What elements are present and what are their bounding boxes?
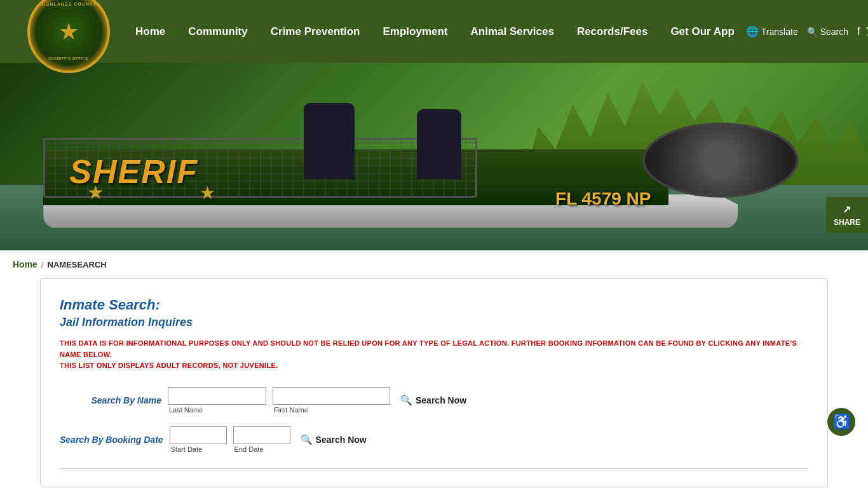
- translate-label: Translate: [761, 27, 798, 37]
- breadcrumb-home-link[interactable]: Home: [13, 259, 37, 269]
- star-icon: ★: [58, 18, 79, 45]
- booking-search-icon: 🔍: [301, 434, 313, 445]
- officer-silhouette-2: [417, 109, 461, 179]
- badge-star-2: ★: [200, 182, 215, 203]
- logo-bottom-text: SHERIFF'S OFFICE: [30, 57, 107, 60]
- share-label: SHARE: [834, 218, 860, 227]
- name-search-button-label: Search Now: [416, 395, 466, 405]
- search-title: Inmate Search:: [60, 297, 808, 313]
- start-date-input[interactable]: [170, 426, 227, 444]
- start-date-group: Start Date: [170, 426, 227, 453]
- nav-records-fees[interactable]: Records/Fees: [566, 25, 660, 38]
- search-label: Search: [820, 27, 848, 37]
- nav-crime-prevention[interactable]: Crime Prevention: [259, 25, 372, 38]
- nav-get-our-app[interactable]: Get Our App: [659, 25, 745, 38]
- search-icon: 🔍: [807, 27, 818, 37]
- last-name-group: Last Name: [168, 387, 266, 414]
- share-button[interactable]: ↗ SHARE: [826, 197, 868, 233]
- share-icon: ↗: [843, 203, 851, 215]
- nav-animal-services[interactable]: Animal Services: [459, 25, 566, 38]
- name-search-button[interactable]: 🔍 Search Now: [397, 395, 470, 406]
- inmate-search-card: Inmate Search: Jail Information Inquires…: [40, 278, 828, 487]
- accessibility-button[interactable]: ♿: [826, 407, 857, 437]
- last-name-label: Last Name: [168, 406, 203, 414]
- last-name-input[interactable]: [168, 387, 266, 405]
- translate-button[interactable]: 🌐 Translate: [746, 25, 798, 37]
- first-name-group: First Name: [273, 387, 390, 414]
- officer-silhouette-1: [304, 103, 355, 179]
- logo-area[interactable]: HIGHLANDS COUNTY ★ SHERIFF'S OFFICE: [13, 0, 124, 63]
- booking-search-button-label: Search Now: [316, 435, 367, 445]
- facebook-icon[interactable]: f: [857, 25, 860, 38]
- end-date-label: End Date: [233, 445, 264, 453]
- breadcrumb-current-page: NAMESEARCH: [48, 260, 107, 269]
- nav-employment[interactable]: Employment: [372, 25, 459, 38]
- boat-fan: [642, 123, 799, 198]
- search-subtitle: Jail Information Inquires: [60, 316, 808, 329]
- nav-home[interactable]: Home: [124, 25, 177, 38]
- breadcrumb: Home / NAMESEARCH: [0, 250, 868, 278]
- name-search-label: Search By Name: [60, 395, 161, 405]
- booking-search-row: Search By Booking Date Start Date End Da…: [60, 426, 808, 453]
- name-search-row: Search By Name Last Name First Name 🔍 Se…: [60, 387, 808, 414]
- social-icons: f 𝕏 📷: [857, 25, 868, 39]
- hero-section: ★ ★ SHERIF FL 4579 NP: [0, 63, 868, 250]
- disclaimer-text: THIS DATA IS FOR INFORMATIONAL PURPOSES …: [60, 338, 808, 372]
- accessibility-icon: ♿: [833, 414, 850, 430]
- sheriff-text: SHERIF: [69, 152, 198, 191]
- breadcrumb-separator: /: [41, 260, 44, 269]
- first-name-input[interactable]: [273, 387, 390, 405]
- boat-number: FL 4579 NP: [555, 189, 651, 209]
- search-now-icon: 🔍: [400, 395, 412, 406]
- card-divider: [60, 468, 808, 469]
- search-button[interactable]: 🔍 Search: [807, 27, 848, 37]
- main-content: Inmate Search: Jail Information Inquires…: [0, 278, 868, 488]
- booking-search-label: Search By Booking Date: [60, 435, 163, 445]
- globe-icon: 🌐: [746, 25, 759, 37]
- first-name-label: First Name: [273, 406, 308, 414]
- start-date-label: Start Date: [170, 445, 203, 453]
- sheriff-logo: HIGHLANDS COUNTY ★ SHERIFF'S OFFICE: [27, 0, 110, 73]
- search-forms: Search By Name Last Name First Name 🔍 Se…: [60, 387, 808, 453]
- end-date-group: End Date: [233, 426, 290, 453]
- site-header: HIGHLANDS COUNTY ★ SHERIFF'S OFFICE Home…: [0, 0, 868, 63]
- booking-search-button[interactable]: 🔍 Search Now: [297, 434, 370, 445]
- main-nav: Home Community Crime Prevention Employme…: [124, 25, 746, 38]
- twitter-icon[interactable]: 𝕏: [865, 25, 868, 39]
- header-right: 🌐 Translate 🔍 Search f 𝕏 📷: [746, 25, 868, 39]
- end-date-input[interactable]: [233, 426, 290, 444]
- hero-background: ★ ★ SHERIF FL 4579 NP: [0, 63, 868, 250]
- nav-community[interactable]: Community: [177, 25, 259, 38]
- logo-top-text: HIGHLANDS COUNTY: [30, 2, 107, 6]
